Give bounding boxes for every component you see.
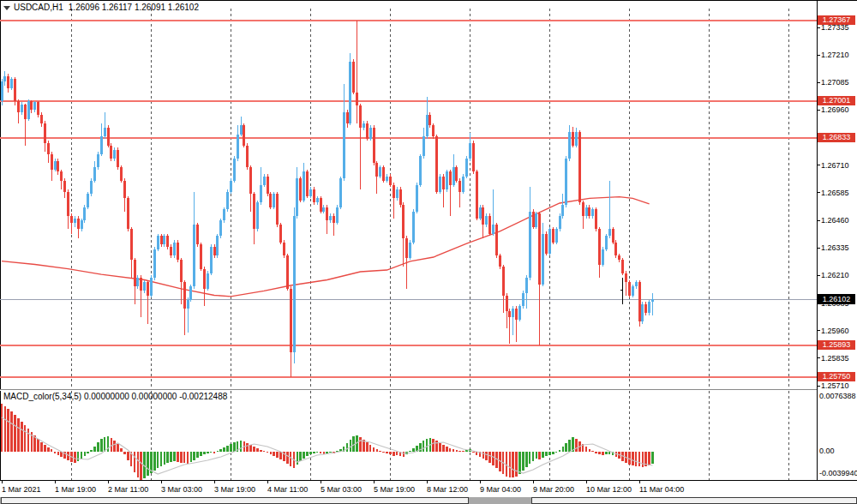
level-price-label: 1.25893 <box>818 340 855 350</box>
time-tick-mark <box>533 480 534 483</box>
ohlc-quote-line: 1.26096 1.26117 1.26091 1.26102 <box>69 3 199 12</box>
symbol-dropdown-icon[interactable] <box>3 6 10 10</box>
time-tick-mark <box>480 480 481 483</box>
horizontal-scrollbar[interactable] <box>0 497 857 504</box>
level-price-label: 1.26833 <box>818 133 855 142</box>
time-tick-label: 5 Mar 03:00 <box>321 485 362 494</box>
black-bar-annotation <box>620 278 623 304</box>
time-tick-mark <box>55 480 56 483</box>
candles <box>1 21 655 377</box>
time-tick-label: 1 Mar 19:00 <box>55 485 96 494</box>
macd-histogram <box>1 404 654 480</box>
price-tick-label: 1.26710 <box>821 161 849 170</box>
time-tick-mark <box>161 480 162 483</box>
price-tick-label: 1.26335 <box>821 243 849 252</box>
moving-average-line <box>2 197 650 297</box>
time-tick-label: 11 Mar 04:00 <box>639 485 684 494</box>
time-tick-label: 8 Mar 12:00 <box>427 485 468 494</box>
price-tick-label: 1.26460 <box>821 216 849 225</box>
time-tick-label: 9 Mar 20:00 <box>533 485 574 494</box>
time-tick-mark <box>267 480 268 483</box>
time-tick-mark <box>427 480 428 483</box>
scrollbar-thumb-right[interactable] <box>531 497 857 504</box>
macd-signal-line <box>2 417 653 474</box>
time-tick-label: 4 Mar 11:00 <box>267 485 308 494</box>
price-axis-border <box>817 0 818 480</box>
level-price-label: 1.25750 <box>818 372 855 381</box>
time-tick-label: 1 Mar 2021 <box>2 485 41 494</box>
current-price-label: 1.26102 <box>818 294 855 304</box>
time-tick-mark <box>108 480 109 483</box>
price-tick-label: 1.26960 <box>821 105 849 114</box>
time-tick-mark <box>321 480 321 483</box>
time-tick-mark <box>374 480 375 483</box>
price-axis[interactable]: 1.273351.272101.270851.269601.268351.267… <box>818 0 857 480</box>
macd-indicator-label: MACD_color(5,34,5) 0.00000000 0.00000000… <box>3 392 227 401</box>
time-tick-label: 3 Mar 19:00 <box>214 485 255 494</box>
level-price-label: 1.27367 <box>818 15 855 25</box>
price-tick-label: 1.27085 <box>821 78 849 87</box>
macd-indicator-panel[interactable] <box>0 391 817 480</box>
price-tick-label: 1.27210 <box>821 51 849 59</box>
scrollbar-thumb[interactable] <box>1 497 469 504</box>
time-tick-label: 9 Mar 04:00 <box>480 485 521 494</box>
time-tick-mark <box>586 480 587 483</box>
chart-header: USDCAD,H11.26096 1.26117 1.26091 1.26102 <box>14 3 199 12</box>
panel-splitter-highlight <box>0 390 817 391</box>
time-tick-label: 3 Mar 03:00 <box>161 485 202 494</box>
price-tick-label: 1.26585 <box>821 189 849 197</box>
macd-scale-zero: 0.00 <box>819 447 835 455</box>
level-price-label: 1.27001 <box>818 96 855 105</box>
price-tick-label: 1.26210 <box>821 271 849 279</box>
time-tick-label: 2 Mar 11:00 <box>108 485 148 494</box>
time-tick-mark <box>214 480 215 483</box>
chart-window: USDCAD,H11.26096 1.26117 1.26091 1.26102… <box>0 0 857 504</box>
price-tick-label: 1.25710 <box>821 381 849 390</box>
time-tick-label: 10 Mar 12:00 <box>586 485 632 494</box>
time-tick-mark <box>639 480 640 483</box>
macd-scale-max: 0.0076388 <box>819 392 856 400</box>
time-tick-mark <box>2 480 3 483</box>
day-separators <box>71 9 788 389</box>
price-tick-label: 1.25960 <box>821 327 849 335</box>
price-tick-label: 1.25835 <box>821 354 849 363</box>
macd-scale-min: -0.0039940 <box>819 469 857 477</box>
time-tick-label: 5 Mar 19:00 <box>374 485 415 494</box>
level-lines <box>0 21 817 377</box>
symbol-timeframe-label: USDCAD,H1 <box>14 3 63 12</box>
main-price-chart[interactable] <box>0 0 817 389</box>
